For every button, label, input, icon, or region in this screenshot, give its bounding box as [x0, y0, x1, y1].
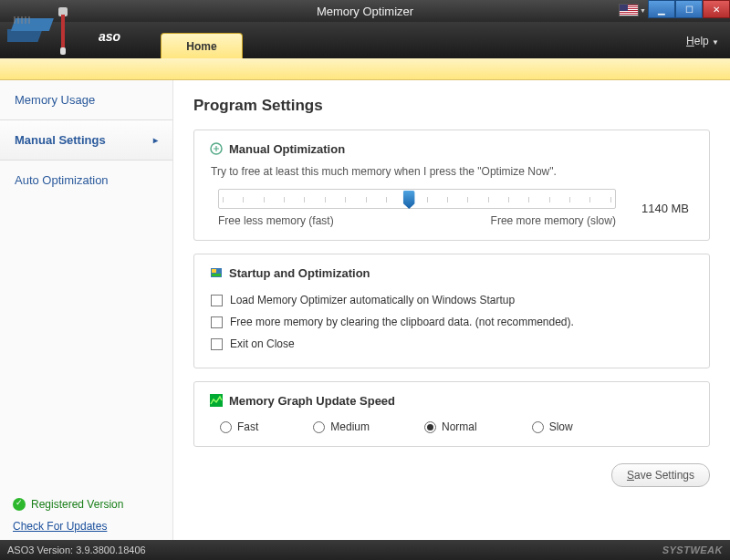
maximize-button[interactable]: ☐ — [675, 0, 703, 18]
svg-rect-13 — [212, 274, 221, 276]
watermark-label: SYSTWEAK — [662, 544, 723, 555]
checkbox-load-on-startup[interactable]: Load Memory Optimizer automatically on W… — [209, 289, 694, 311]
sidebar: Memory Usage Manual Settings ▸ Auto Opti… — [0, 80, 173, 540]
svg-rect-0 — [7, 29, 43, 42]
checkbox-label: Exit on Close — [230, 337, 295, 350]
memory-slider-row: Free less memory (fast) Free more memory… — [209, 189, 694, 227]
panel-title-label: Memory Graph Update Speed — [229, 394, 395, 408]
radio-label: Slow — [549, 420, 573, 433]
registered-status: Registered Version — [13, 498, 160, 511]
check-updates-link[interactable]: Check For Updates — [13, 520, 107, 533]
sidebar-footer: Registered Version Check For Updates — [0, 491, 172, 540]
checkbox-label: Load Memory Optimizer automatically on W… — [230, 294, 515, 306]
tab-home-label: Home — [186, 40, 216, 53]
panel-title-label: Startup and Optimization — [229, 266, 370, 280]
brand-label: aso — [99, 29, 120, 44]
status-bar: ASO3 Version: 3.9.3800.18406 SYSTWEAK — [0, 540, 730, 560]
slider-labels: Free less memory (fast) Free more memory… — [218, 214, 616, 227]
help-label: elp — [694, 35, 709, 47]
close-button[interactable]: ✕ — [703, 0, 730, 18]
svg-rect-1 — [11, 18, 54, 31]
panel-heading: Manual Optimization — [209, 141, 694, 156]
save-button-label-rest: ave Settings — [634, 469, 694, 482]
checkbox-clear-clipboard[interactable]: Free more memory by clearing the clipboa… — [209, 311, 694, 333]
manual-description: Try to free at least this much memory wh… — [209, 165, 694, 178]
manual-optimization-icon — [209, 141, 224, 156]
panel-manual-optimization: Manual Optimization Try to free at least… — [193, 130, 710, 241]
slider-value-label: 1140 MB — [641, 202, 694, 215]
actions-row: Save Settings — [193, 460, 710, 487]
radio-normal[interactable]: Normal — [424, 420, 477, 433]
save-settings-button[interactable]: Save Settings — [611, 463, 710, 487]
checkbox-exit-on-close[interactable]: Exit on Close — [209, 333, 694, 355]
checkbox-label: Free more memory by clearing the clipboa… — [230, 316, 574, 328]
svg-rect-12 — [212, 269, 216, 273]
sidebar-item-memory-usage[interactable]: Memory Usage — [0, 80, 172, 119]
radio-icon[interactable] — [220, 421, 232, 433]
panel-graph-update-speed: Memory Graph Update Speed Fast Medium No… — [193, 381, 710, 447]
window-controls: ▁ ☐ ✕ — [648, 0, 730, 18]
radio-label: Fast — [237, 420, 258, 433]
help-menu[interactable]: Help ▼ — [686, 35, 719, 47]
chevron-down-icon: ▼ — [712, 38, 719, 47]
panel-heading: Memory Graph Update Speed — [209, 393, 694, 408]
sidebar-item-label: Memory Usage — [15, 93, 95, 107]
startup-icon — [209, 265, 224, 280]
memory-slider-box: Free less memory (fast) Free more memory… — [218, 189, 616, 227]
language-dropdown-icon[interactable]: ▼ — [640, 7, 646, 14]
sidebar-item-label: Manual Settings — [15, 133, 106, 147]
sidebar-item-manual-settings[interactable]: Manual Settings ▸ — [0, 119, 172, 161]
minimize-button[interactable]: ▁ — [648, 0, 675, 18]
panel-heading: Startup and Optimization — [209, 265, 694, 280]
radio-label: Normal — [442, 420, 477, 433]
slider-right-label: Free more memory (slow) — [491, 214, 616, 227]
sidebar-item-label: Auto Optimization — [15, 173, 109, 187]
radio-icon[interactable] — [424, 421, 436, 433]
main-area: Memory Usage Manual Settings ▸ Auto Opti… — [0, 80, 730, 540]
window-title: Memory Optimizer — [317, 5, 413, 18]
version-label: ASO3 Version: 3.9.3800.18406 — [7, 544, 146, 555]
svg-rect-8 — [61, 15, 65, 49]
svg-rect-9 — [60, 47, 66, 55]
chevron-right-icon: ▸ — [153, 135, 158, 145]
radio-icon[interactable] — [532, 421, 544, 433]
tab-home[interactable]: Home — [161, 33, 243, 58]
memory-slider[interactable] — [218, 189, 616, 209]
checkbox-icon[interactable] — [211, 295, 223, 306]
content-area: Program Settings Manual Optimization Try… — [173, 80, 730, 540]
radio-label: Medium — [330, 420, 370, 433]
check-circle-icon — [13, 498, 26, 511]
checkbox-icon[interactable] — [211, 338, 223, 350]
radio-slow[interactable]: Slow — [532, 420, 573, 433]
registered-label: Registered Version — [31, 498, 123, 511]
app-logo-icon — [7, 5, 80, 60]
top-strip: aso Home Help ▼ — [0, 22, 730, 58]
panel-title-label: Manual Optimization — [229, 142, 345, 156]
sidebar-item-auto-optimization[interactable]: Auto Optimization — [0, 161, 172, 200]
svg-rect-14 — [210, 394, 223, 407]
panel-startup-optimization: Startup and Optimization Load Memory Opt… — [193, 254, 710, 368]
radio-fast[interactable]: Fast — [220, 420, 258, 433]
checkbox-icon[interactable] — [211, 316, 223, 328]
titlebar: Memory Optimizer ▼ ▁ ☐ ✕ — [0, 0, 730, 22]
language-flag-icon[interactable] — [619, 4, 639, 16]
page-title: Program Settings — [193, 97, 710, 115]
graph-icon — [209, 393, 224, 408]
graph-speed-radio-group: Fast Medium Normal Slow — [209, 417, 694, 433]
radio-icon[interactable] — [313, 421, 325, 433]
ribbon-band — [0, 58, 730, 80]
slider-left-label: Free less memory (fast) — [218, 214, 334, 227]
radio-medium[interactable]: Medium — [313, 420, 370, 433]
